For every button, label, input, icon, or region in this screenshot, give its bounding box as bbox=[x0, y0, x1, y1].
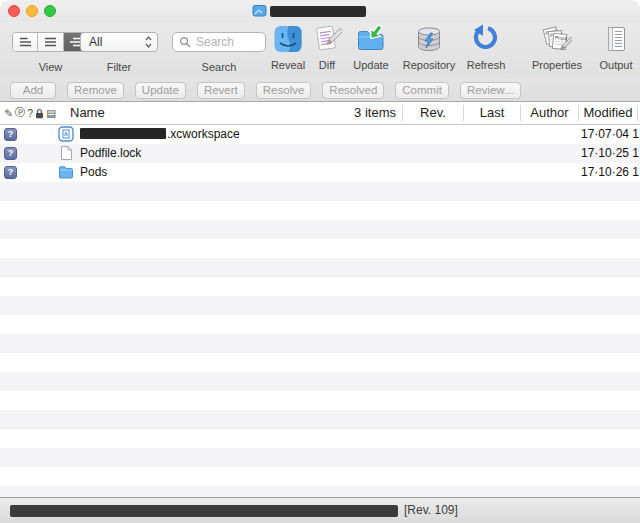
commit-button[interactable]: Commit bbox=[395, 82, 449, 99]
filter-popup[interactable]: All bbox=[80, 32, 158, 52]
revision-text: [Rev. 109] bbox=[404, 498, 458, 522]
lock-icon[interactable] bbox=[35, 108, 44, 119]
document-icon bbox=[58, 145, 74, 161]
table-header: ✎ Ⓟ ? ▤ Name 3 items Rev. Last Author Mo… bbox=[0, 102, 640, 125]
zoom-button[interactable] bbox=[44, 5, 56, 17]
view-list-segment[interactable] bbox=[38, 33, 63, 51]
title-bar bbox=[0, 0, 640, 22]
file-name: Pods bbox=[80, 163, 107, 182]
xcworkspace-icon bbox=[58, 126, 74, 142]
toolbar: View All Filter Search Reveal bbox=[0, 22, 640, 78]
file-name-suffix: .xcworkspace bbox=[167, 127, 240, 141]
update-button[interactable]: Update bbox=[135, 82, 186, 99]
app-window: View All Filter Search Reveal bbox=[0, 0, 640, 523]
file-row-pods[interactable]: ? Pods 17·10·26 1 bbox=[0, 163, 640, 182]
stepper-chevrons-icon bbox=[144, 35, 153, 49]
file-list: ? .xcworkspace 17·07·04 1 ? Podfile.lock… bbox=[0, 125, 640, 497]
properties-label: Properties bbox=[532, 59, 582, 71]
diff-label: Diff bbox=[319, 59, 335, 71]
refresh-arrow-icon bbox=[471, 24, 501, 54]
minimize-button[interactable] bbox=[26, 5, 38, 17]
list-lines-icon bbox=[44, 36, 57, 48]
modified-date: 17·10·25 1 bbox=[581, 144, 640, 163]
columns-icon[interactable]: ▤ bbox=[46, 107, 56, 119]
output-button[interactable]: Output bbox=[580, 22, 640, 78]
column-separator bbox=[637, 105, 638, 121]
author-column-header[interactable]: Author bbox=[521, 102, 578, 124]
status-badge: ? bbox=[4, 147, 17, 160]
window-title-redacted bbox=[270, 6, 366, 17]
revert-button[interactable]: Revert bbox=[197, 82, 245, 99]
rev-column-header[interactable]: Rev. bbox=[403, 102, 463, 124]
action-bar: Add Remove Update Revert Resolve Resolve… bbox=[0, 78, 640, 102]
name-column-header[interactable]: Name bbox=[70, 102, 105, 124]
redacted-name-bar bbox=[80, 128, 166, 139]
update-toolbar-label: Update bbox=[353, 59, 388, 71]
add-button[interactable]: Add bbox=[10, 82, 56, 99]
properties-pages-icon: Prop1 Prop2 Prop3 bbox=[542, 24, 572, 54]
file-name: Podfile.lock bbox=[80, 144, 141, 163]
repository-label: Repository bbox=[403, 59, 456, 71]
modified-column-header[interactable]: Modified bbox=[579, 102, 637, 124]
search-input[interactable] bbox=[194, 34, 258, 50]
update-folder-icon bbox=[356, 24, 386, 54]
resolve-button[interactable]: Resolve bbox=[256, 82, 312, 99]
filter-value: All bbox=[89, 35, 144, 49]
refresh-button[interactable]: Refresh bbox=[450, 22, 522, 78]
question-mark-icon[interactable]: ? bbox=[27, 107, 33, 119]
properties-flag-icon[interactable]: Ⓟ bbox=[15, 106, 26, 120]
file-row-podfile-lock[interactable]: ? Podfile.lock 17·10·25 1 bbox=[0, 144, 640, 163]
status-bar: [Rev. 109] bbox=[0, 497, 640, 523]
status-column-icons: ✎ Ⓟ ? ▤ bbox=[4, 102, 56, 124]
flat-list-icon bbox=[19, 36, 32, 48]
view-label: View bbox=[12, 61, 89, 73]
status-badge: ? bbox=[4, 166, 17, 179]
search-icon bbox=[179, 36, 191, 48]
refresh-label: Refresh bbox=[467, 59, 506, 71]
filter-label: Filter bbox=[80, 61, 158, 73]
review-button[interactable]: Review... bbox=[460, 82, 521, 99]
remove-button[interactable]: Remove bbox=[67, 82, 124, 99]
document-proxy-icon[interactable] bbox=[252, 3, 267, 18]
redacted-path-bar bbox=[10, 505, 398, 517]
view-flat-segment[interactable] bbox=[13, 33, 38, 51]
status-badge: ? bbox=[4, 128, 17, 141]
modified-date: 17·07·04 1 bbox=[581, 125, 640, 144]
close-button[interactable] bbox=[8, 5, 20, 17]
pencil-icon[interactable]: ✎ bbox=[4, 107, 13, 119]
items-count: 3 items bbox=[330, 102, 396, 124]
view-segmented-control bbox=[12, 32, 89, 52]
output-label: Output bbox=[599, 59, 632, 71]
file-name: .xcworkspace bbox=[80, 125, 240, 144]
resolved-button[interactable]: Resolved bbox=[322, 82, 384, 99]
folder-icon bbox=[58, 164, 74, 180]
last-column-header[interactable]: Last bbox=[464, 102, 520, 124]
modified-date: 17·10·26 1 bbox=[581, 163, 640, 182]
output-document-icon bbox=[601, 24, 631, 54]
database-icon bbox=[414, 24, 444, 54]
file-row-xcworkspace[interactable]: ? .xcworkspace 17·07·04 1 bbox=[0, 125, 640, 144]
